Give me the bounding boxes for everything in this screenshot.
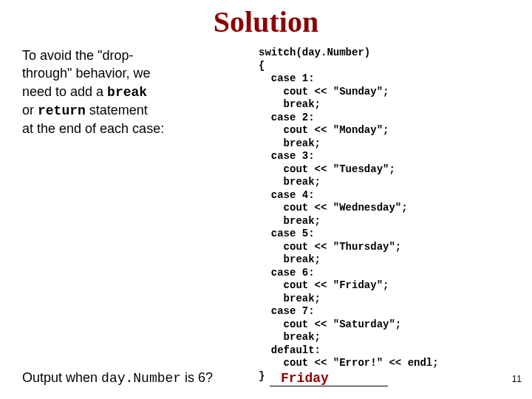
question-var: day.Number — [101, 371, 181, 386]
text-line: or — [22, 103, 38, 117]
text-line: at the end of each case: — [22, 121, 164, 136]
text-line: through" behavior, we — [22, 66, 151, 81]
text-line: To avoid the "drop- — [22, 48, 133, 63]
keyword-return: return — [38, 103, 86, 118]
blank-underline — [270, 386, 388, 386]
question-part: is 6? — [181, 370, 213, 385]
slide-title: Solution — [0, 4, 532, 39]
question-text: Output when day.Number is 6? — [22, 370, 213, 386]
keyword-break: break — [107, 85, 147, 100]
answer-text: Friday — [281, 371, 329, 386]
text-line: statement — [86, 103, 148, 117]
explanation-text: To avoid the "drop- through" behavior, w… — [22, 47, 259, 383]
question-part: Output when — [22, 370, 101, 385]
text-line: need to add a — [22, 84, 107, 99]
code-block: switch(day.Number) { case 1: cout << "Su… — [259, 47, 517, 383]
content-row: To avoid the "drop- through" behavior, w… — [0, 47, 532, 383]
page-number: 11 — [512, 374, 522, 384]
